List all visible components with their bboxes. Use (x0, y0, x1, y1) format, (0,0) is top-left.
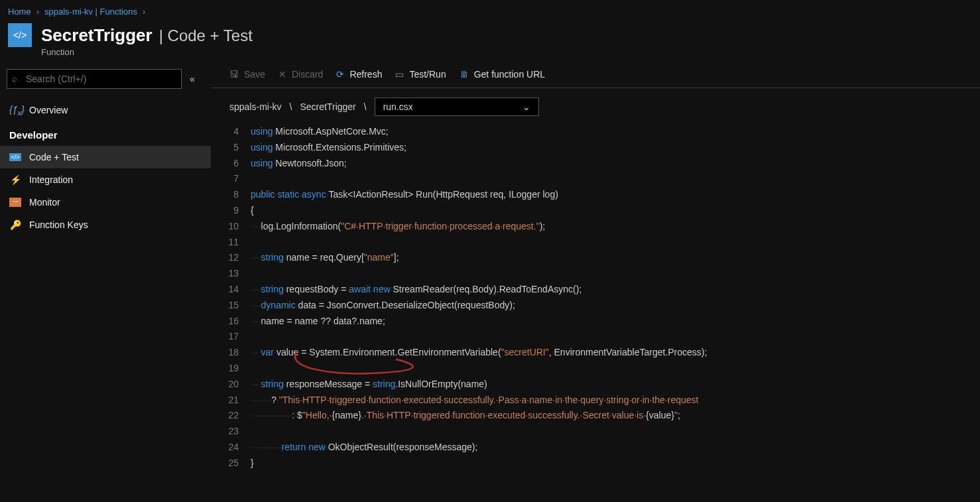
sidebar-item-function-keys[interactable]: 🔑 Function Keys (0, 214, 211, 236)
breadcrumb-home[interactable]: Home (8, 7, 31, 17)
code-editor[interactable]: 45678910111213141516171819202122232425 u… (211, 124, 980, 499)
sidebar-item-label: Integration (29, 174, 73, 185)
refresh-icon: ⟳ (336, 69, 344, 80)
collapse-sidebar-icon[interactable]: « (190, 74, 195, 84)
get-function-url-button[interactable]: 🗎 Get function URL (459, 69, 545, 80)
key-icon: 🔑 (9, 220, 21, 230)
discard-icon: ✕ (278, 69, 286, 80)
code-line[interactable]: ················:·$"Hello,·{name}.·This·… (251, 408, 980, 424)
code-line[interactable]: ····string·responseMessage·=·string.IsNu… (251, 377, 980, 393)
sidebar-item-label: Overview (29, 105, 68, 115)
code-content[interactable]: using·Microsoft.AspNetCore.Mvc;using·Mic… (251, 124, 980, 499)
save-icon: 🖫 (229, 69, 239, 80)
code-line[interactable]: using·Newtonsoft.Json; (251, 156, 980, 172)
line-number: 10 (211, 219, 239, 235)
toolbar-label: Refresh (349, 69, 382, 80)
code-line[interactable]: public·static·async·Task<IActionResult>·… (251, 187, 980, 203)
code-line[interactable] (251, 329, 980, 345)
file-path-row: sppals-mi-kv \ SecretTrigger \ run.csx ⌄ (211, 88, 980, 124)
line-number: 18 (211, 345, 239, 361)
test-run-button[interactable]: ▭ Test/Run (395, 69, 446, 80)
function-icon: </> (8, 23, 32, 47)
line-number: 13 (211, 266, 239, 282)
refresh-button[interactable]: ⟳ Refresh (336, 69, 382, 80)
code-line[interactable] (251, 171, 980, 187)
line-number: 21 (211, 393, 239, 408)
line-number: 8 (211, 187, 239, 203)
chevron-down-icon: ⌄ (522, 101, 530, 112)
line-number: 7 (211, 171, 239, 187)
breadcrumb: Home › sppals-mi-kv | Functions › (0, 0, 980, 21)
page-title-row: </> SecretTrigger | Code + Test (0, 21, 980, 48)
code-line[interactable] (251, 361, 980, 377)
code-line[interactable]: ····string·requestBody·=·await·new·Strea… (251, 282, 980, 298)
code-icon: </> (9, 153, 21, 161)
breadcrumb-resource[interactable]: sppals-mi-kv | Functions (44, 7, 137, 17)
code-line[interactable]: ············return·new·OkObjectResult(re… (251, 440, 980, 456)
path-separator: \ (290, 101, 292, 112)
line-number: 14 (211, 282, 239, 298)
code-line[interactable]: ····string·name·=·req.Query["name"]; (251, 250, 980, 266)
line-number: 19 (211, 361, 239, 377)
code-line[interactable] (251, 266, 980, 282)
code-line[interactable]: ····name·=·name·??·data?.name; (251, 314, 980, 330)
line-number: 5 (211, 140, 239, 156)
link-icon: 🗎 (459, 69, 469, 80)
line-number: 20 (211, 377, 239, 393)
code-line[interactable]: { (251, 203, 980, 219)
main-panel: 🖫 Save ✕ Discard ⟳ Refresh ▭ Test/Run 🗎 … (211, 64, 980, 499)
chevron-right-icon: › (143, 7, 145, 17)
page-title-section: | Code + Test (159, 27, 253, 45)
toolbar-label: Discard (292, 69, 323, 80)
file-select-value: run.csx (383, 101, 413, 112)
line-number: 22 (211, 408, 239, 424)
search-box: ⌕ (7, 69, 182, 89)
code-line[interactable]: ····var·value·=·System.Environment.GetEn… (251, 345, 980, 361)
line-number: 12 (211, 250, 239, 266)
line-number: 24 (211, 440, 239, 456)
chevron-right-icon: › (36, 7, 39, 17)
code-line[interactable]: ········?·"This·HTTP·triggered·function·… (251, 393, 980, 408)
test-run-icon: ▭ (395, 69, 404, 80)
sidebar-item-integration[interactable]: ⚡ Integration (0, 168, 211, 191)
sidebar-item-overview[interactable]: {ƒx} Overview (0, 98, 211, 123)
path-function: SecretTrigger (300, 101, 355, 112)
sidebar-item-code-test[interactable]: </> Code + Test (0, 146, 211, 168)
line-number: 25 (211, 456, 239, 471)
line-number: 6 (211, 156, 239, 172)
sidebar-section-developer: Developer (0, 123, 211, 146)
line-number: 9 (211, 203, 239, 219)
page-subtitle: Function (0, 47, 980, 57)
toolbar: 🖫 Save ✕ Discard ⟳ Refresh ▭ Test/Run 🗎 … (211, 64, 980, 88)
sidebar-item-label: Code + Test (29, 152, 79, 162)
code-line[interactable] (251, 235, 980, 251)
lightning-icon: ⚡ (9, 174, 21, 185)
sidebar-item-monitor[interactable]: 〰 Monitor (0, 191, 211, 214)
file-select[interactable]: run.csx ⌄ (375, 97, 539, 116)
line-number: 4 (211, 124, 239, 140)
sidebar-item-label: Function Keys (29, 220, 88, 230)
line-number: 15 (211, 298, 239, 314)
path-separator: \ (364, 101, 367, 112)
save-button[interactable]: 🖫 Save (229, 69, 265, 80)
code-line[interactable] (251, 424, 980, 440)
sidebar: ⌕ « {ƒx} Overview Developer </> Code + T… (0, 64, 211, 499)
discard-button[interactable]: ✕ Discard (278, 69, 323, 80)
code-line[interactable]: } (251, 456, 980, 471)
search-icon: ⌕ (12, 74, 17, 84)
toolbar-label: Save (244, 69, 265, 80)
toolbar-label: Test/Run (409, 69, 446, 80)
monitor-icon: 〰 (9, 198, 21, 207)
line-number: 17 (211, 329, 239, 345)
code-line[interactable]: ····log.LogInformation("C#·HTTP·trigger·… (251, 219, 980, 235)
line-number: 16 (211, 314, 239, 330)
path-app: sppals-mi-kv (229, 101, 282, 112)
search-input[interactable] (7, 69, 182, 89)
code-line[interactable]: using·Microsoft.AspNetCore.Mvc; (251, 124, 980, 140)
line-number-gutter: 45678910111213141516171819202122232425 (211, 124, 251, 499)
sidebar-item-label: Monitor (29, 197, 60, 208)
toolbar-label: Get function URL (474, 69, 545, 80)
code-line[interactable]: using·Microsoft.Extensions.Primitives; (251, 140, 980, 156)
code-line[interactable]: ····dynamic·data·=·JsonConvert.Deseriali… (251, 298, 980, 314)
overview-icon: {ƒx} (9, 104, 21, 117)
